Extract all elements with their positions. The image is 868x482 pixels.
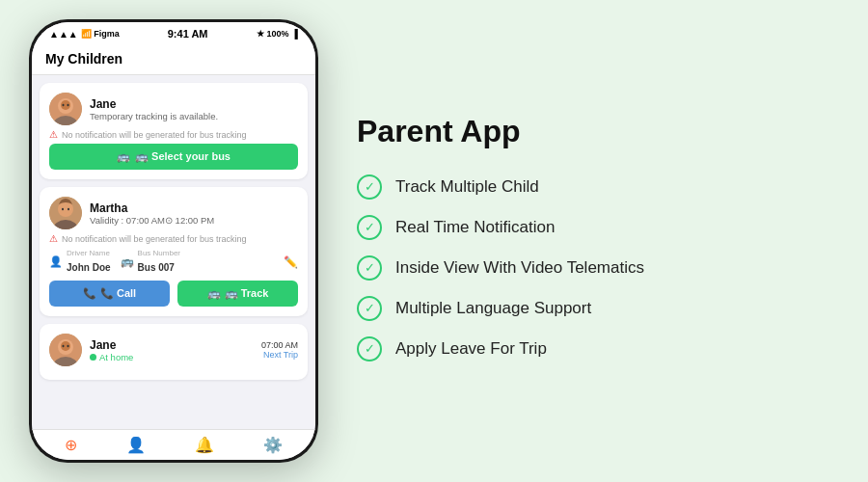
signal-bars: ▲▲▲ [49,29,78,40]
bus-icon-info: 🚌 [121,255,134,268]
info-row-martha: 👤 Driver Name John Doe 🚌 Bus Number Bus … [49,249,298,275]
at-home-text: At home [99,352,133,362]
svg-point-5 [68,104,69,106]
child-name-jane-1: Jane [90,97,298,111]
child-header-jane-2: Jane At home 07:00 AM Next Trip [49,334,298,366]
child-validity-martha: Validity : 07:00 AM⊙ 12:00 PM [90,215,298,226]
warning-row-jane-1: ⚠ No notification will be generated for … [49,129,298,140]
check-icon-2: ✓ [357,215,382,240]
bus-icon-select: 🚌 [117,150,130,163]
warning-row-martha: ⚠ No notification will be generated for … [49,233,298,244]
bluetooth-icon: ★ [257,29,264,39]
select-bus-label: 🚌 Select your bus [135,150,231,163]
svg-point-7 [58,201,73,217]
features-panel: Parent App ✓ Track Multiple Child ✓ Real… [357,114,839,369]
child-subtitle-jane-1: Temporary tracking is available. [90,111,298,121]
battery-info: ★ 100% ▐ [257,29,298,39]
avatar-martha [49,197,82,229]
call-label: 📞 Call [100,287,136,300]
child-card-jane-1: Jane Temporary tracking is available. ⚠ … [40,83,308,179]
bus-info: 🚌 Bus Number Bus 007 [121,249,180,275]
child-name-block-jane-2: Jane At home [90,338,254,362]
bus-detail: Bus Number Bus 007 [138,249,180,275]
feature-text-3: Inside View With Video Telematics [395,258,644,278]
nav-settings-icon[interactable]: ⚙️ [263,436,283,454]
green-dot-icon [90,354,96,361]
track-bus-icon: 🚌 [207,287,221,300]
feature-item-2: ✓ Real Time Notification [357,207,839,248]
svg-point-15 [63,345,65,347]
phone-icon: 📞 [83,287,96,300]
child-card-jane-2: Jane At home 07:00 AM Next Trip [40,324,308,380]
jane-2-time: 07:00 AM [261,340,298,350]
avatar-jane-1 [49,93,82,125]
action-row-martha: 📞 📞 Call 🚌 🚌 Track [49,281,298,307]
child-name-block-martha: Martha Validity : 07:00 AM⊙ 12:00 PM [90,201,298,226]
battery-level: 100% [267,29,289,39]
child-card-martha: Martha Validity : 07:00 AM⊙ 12:00 PM ⚠ N… [40,187,308,316]
nav-home-icon[interactable]: ⊕ [65,436,77,454]
warning-icon-jane-1: ⚠ [49,129,58,140]
child-name-block-jane-1: Jane Temporary tracking is available. [90,97,298,121]
feature-item-3: ✓ Inside View With Video Telematics [357,248,839,288]
svg-point-4 [63,104,65,106]
battery-icon: ▐ [292,29,298,39]
app-header: My Children [32,43,315,75]
svg-point-10 [68,208,69,210]
driver-name: John Doe [67,262,111,273]
feature-text-4: Multiple Language Support [395,299,591,318]
next-trip-label: Next Trip [261,350,298,360]
feature-text-1: Track Multiple Child [395,177,539,197]
feature-text-2: Real Time Notification [395,218,555,237]
child-name-martha: Martha [90,201,298,215]
check-icon-1: ✓ [357,174,382,200]
bus-number: Bus 007 [138,262,175,273]
check-icon-4: ✓ [357,296,382,321]
phone-mockup: ▲▲▲ 📶 Figma 9:41 AM ★ 100% ▐ My Children [29,19,318,463]
driver-detail: Driver Name John Doe [67,249,111,275]
driver-icon: 👤 [49,255,63,268]
warning-text-martha: No notification will be generated for bu… [62,234,247,244]
wifi-icon: 📶 Figma [81,29,120,39]
track-button[interactable]: 🚌 🚌 Track [177,281,298,307]
feature-item-5: ✓ Apply Leave For Trip [357,329,839,369]
avatar-svg-jane-1 [49,93,82,125]
driver-info: 👤 Driver Name John Doe [49,249,111,275]
bottom-nav: ⊕ 👤 🔔 ⚙️ [32,429,315,460]
children-list: Jane Temporary tracking is available. ⚠ … [32,75,315,429]
status-bar: ▲▲▲ 📶 Figma 9:41 AM ★ 100% ▐ [32,22,315,43]
select-bus-button[interactable]: 🚌 🚌 Select your bus [49,144,298,170]
svg-point-9 [62,208,64,210]
feature-text-5: Apply Leave For Trip [395,339,547,359]
status-time: 9:41 AM [168,28,208,40]
warning-text-jane-1: No notification will be generated for bu… [62,130,247,140]
warning-icon-martha: ⚠ [49,233,58,244]
signal-info: ▲▲▲ 📶 Figma [49,29,120,40]
child-header-martha: Martha Validity : 07:00 AM⊙ 12:00 PM [49,197,298,229]
call-button[interactable]: 📞 📞 Call [49,281,170,307]
jane-2-time-block: 07:00 AM Next Trip [261,340,298,360]
nav-bell-icon[interactable]: 🔔 [195,436,214,454]
avatar-svg-jane-2 [49,334,82,366]
edit-icon[interactable]: ✏️ [284,255,298,269]
check-icon-3: ✓ [357,255,382,281]
features-title: Parent App [357,114,839,149]
track-label: 🚌 Track [225,287,269,300]
feature-item-1: ✓ Track Multiple Child [357,167,839,207]
avatar-jane-2 [49,334,82,366]
child-header-jane-1: Jane Temporary tracking is available. [49,93,298,125]
phone-screen: ▲▲▲ 📶 Figma 9:41 AM ★ 100% ▐ My Children [32,22,315,460]
avatar-svg-martha [49,197,82,229]
child-name-jane-2: Jane [90,338,254,352]
app-title: My Children [45,51,122,67]
feature-item-4: ✓ Multiple Language Support [357,288,839,329]
driver-label: Driver Name [67,249,111,257]
at-home-row: At home [90,352,254,362]
nav-profile-icon[interactable]: 👤 [126,436,146,454]
bus-label: Bus Number [138,249,180,257]
check-icon-5: ✓ [357,336,382,362]
main-container: ▲▲▲ 📶 Figma 9:41 AM ★ 100% ▐ My Children [0,0,868,482]
svg-point-16 [68,345,69,347]
